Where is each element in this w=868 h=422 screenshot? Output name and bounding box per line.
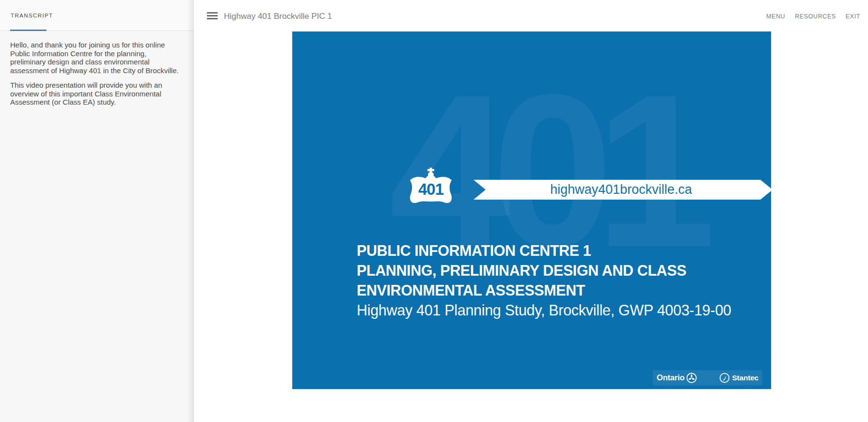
player-topbar: Highway 401 Brockville PIC 1 MENU RESOUR… (194, 0, 868, 31)
menu-button[interactable]: MENU (766, 13, 785, 20)
highway-401-crown-icon: 401 (408, 168, 454, 205)
crown-number: 401 (418, 180, 444, 198)
stantec-circle-icon (719, 373, 730, 383)
banner-url-text: highway401brockville.ca (550, 182, 696, 197)
ontario-trillium-icon (686, 373, 697, 383)
transcript-sidebar: TRANSCRIPT Hello, and thank you for join… (0, 0, 194, 422)
stantec-wordmark: Stantec (732, 374, 758, 382)
active-tab-underline (10, 30, 47, 31)
exit-button[interactable]: EXIT (846, 13, 860, 20)
resources-button[interactable]: RESOURCES (795, 13, 836, 20)
topbar-links: MENU RESOURCES EXIT (766, 13, 860, 20)
stantec-logo: Stantec (719, 373, 758, 383)
headline-subtitle: Highway 401 Planning Study, Brockville, … (357, 300, 731, 320)
slide-stage[interactable]: 401 401 highway401brockville.ca PUBLIC I… (292, 31, 771, 389)
sidebar-tab-bar: TRANSCRIPT (0, 0, 194, 31)
transcript-paragraph: Hello, and thank you for joining us for … (10, 41, 181, 75)
url-banner-ribbon: highway401brockville.ca (473, 180, 771, 200)
player-main: Highway 401 Brockville PIC 1 MENU RESOUR… (194, 0, 868, 422)
course-title: Highway 401 Brockville PIC 1 (224, 12, 332, 21)
ontario-wordmark: Ontario (657, 373, 684, 382)
slide-headline: PUBLIC INFORMATION CENTRE 1 PLANNING, PR… (357, 241, 731, 320)
tab-transcript[interactable]: TRANSCRIPT (11, 13, 53, 18)
headline-line: ENVIRONMENTAL ASSESSMENT (357, 281, 731, 300)
partner-logos: Ontario Stantec (653, 370, 762, 385)
headline-line: PUBLIC INFORMATION CENTRE 1 (357, 241, 731, 261)
player-controls (194, 389, 868, 422)
menu-icon[interactable] (207, 12, 218, 19)
transcript-paragraph: This video presentation will provide you… (10, 81, 181, 107)
transcript-content: Hello, and thank you for joining us for … (0, 31, 194, 107)
ontario-logo: Ontario (657, 373, 697, 383)
headline-line: PLANNING, PRELIMINARY DESIGN AND CLASS (357, 261, 731, 281)
